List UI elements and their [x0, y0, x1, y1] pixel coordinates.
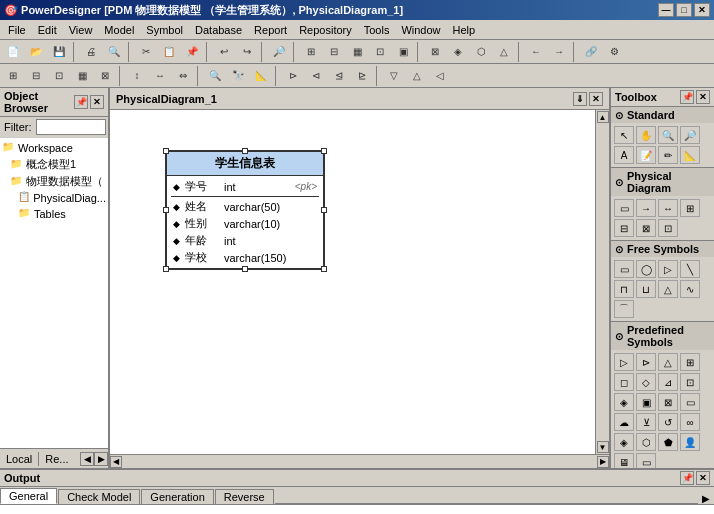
output-expand[interactable]: ▶ — [698, 493, 714, 504]
tool-pre-1[interactable]: ▷ — [614, 353, 634, 371]
tool-pre-2[interactable]: ⊳ — [636, 353, 656, 371]
tool-pre-3[interactable]: △ — [658, 353, 678, 371]
toolbox-pin-button[interactable]: 📌 — [680, 90, 694, 104]
tb9[interactable]: △ — [493, 42, 515, 62]
tool-phys-3[interactable]: ↔ — [658, 199, 678, 217]
menu-database[interactable]: Database — [189, 22, 248, 38]
tb-r2-8[interactable]: ⇔ — [172, 66, 194, 86]
tool-pre-6[interactable]: ◇ — [636, 373, 656, 391]
menu-report[interactable]: Report — [248, 22, 293, 38]
cut-button[interactable]: ✂ — [135, 42, 157, 62]
tool-free-8[interactable]: ∿ — [680, 280, 700, 298]
tb6[interactable]: ⊠ — [424, 42, 446, 62]
tb-r2-15[interactable]: ⊵ — [351, 66, 373, 86]
tab-generation[interactable]: Generation — [141, 489, 213, 504]
tool-text[interactable]: A — [614, 146, 634, 164]
tool-free-4[interactable]: ╲ — [680, 260, 700, 278]
vscroll-up[interactable]: ▲ — [597, 111, 609, 123]
tool-pre-22[interactable]: ▭ — [636, 453, 656, 468]
tb-r2-9[interactable]: 🔍 — [204, 66, 226, 86]
menu-model[interactable]: Model — [98, 22, 140, 38]
tab-check-model[interactable]: Check Model — [58, 489, 140, 504]
ob-remote-tab[interactable]: Re... — [39, 452, 74, 466]
tool-pre-15[interactable]: ↺ — [658, 413, 678, 431]
vscroll-down[interactable]: ▼ — [597, 441, 609, 453]
close-button[interactable]: ✕ — [694, 3, 710, 17]
tb-r2-18[interactable]: ◁ — [429, 66, 451, 86]
tab-general[interactable]: General — [0, 488, 57, 504]
canvas-content[interactable]: 学生信息表 ◆ 学号 int <pk> ◆ 姓名 varchar(50) — [110, 110, 595, 454]
find-button[interactable]: 🔎 — [268, 42, 290, 62]
hscroll-right[interactable]: ▶ — [597, 456, 609, 468]
tool-pre-8[interactable]: ⊡ — [680, 373, 700, 391]
tool-phys-5[interactable]: ⊟ — [614, 219, 634, 237]
save-button[interactable]: 💾 — [48, 42, 70, 62]
tool-pre-10[interactable]: ▣ — [636, 393, 656, 411]
hscroll-left[interactable]: ◀ — [110, 456, 122, 468]
menu-tools[interactable]: Tools — [358, 22, 396, 38]
tree-workspace[interactable]: 📁 Workspace — [2, 140, 106, 156]
tool-free-7[interactable]: △ — [658, 280, 678, 298]
tb-r2-13[interactable]: ⊲ — [305, 66, 327, 86]
tree-physical-diag[interactable]: 📋 PhysicalDiag... — [18, 190, 106, 206]
tool-phys-2[interactable]: → — [636, 199, 656, 217]
ob-filter-input[interactable] — [36, 119, 106, 135]
tree-tables[interactable]: 📁 Tables — [18, 206, 106, 222]
tb3[interactable]: ▦ — [346, 42, 368, 62]
copy-button[interactable]: 📋 — [158, 42, 180, 62]
tool-pre-16[interactable]: ∞ — [680, 413, 700, 431]
table-diagram[interactable]: 学生信息表 ◆ 学号 int <pk> ◆ 姓名 varchar(50) — [165, 150, 325, 270]
tool-pointer[interactable]: ↖ — [614, 126, 634, 144]
menu-file[interactable]: File — [2, 22, 32, 38]
tb-r2-5[interactable]: ⊠ — [94, 66, 116, 86]
tool-free-1[interactable]: ▭ — [614, 260, 634, 278]
tb12[interactable]: 🔗 — [580, 42, 602, 62]
canvas-tab-title[interactable]: PhysicalDiagram_1 — [116, 93, 217, 105]
new-button[interactable]: 📄 — [2, 42, 24, 62]
tool-pre-5[interactable]: ◻ — [614, 373, 634, 391]
tb-r2-6[interactable]: ↕ — [126, 66, 148, 86]
tb-r2-4[interactable]: ▦ — [71, 66, 93, 86]
tool-free-5[interactable]: ⊓ — [614, 280, 634, 298]
tool-hand[interactable]: ✋ — [636, 126, 656, 144]
tool-pre-21[interactable]: 🖥 — [614, 453, 634, 468]
menu-window[interactable]: Window — [395, 22, 446, 38]
ob-local-tab[interactable]: Local — [0, 452, 39, 466]
section-predefined-header[interactable]: ⊙ Predefined Symbols — [611, 322, 714, 350]
tab-reverse[interactable]: Reverse — [215, 489, 274, 504]
ob-pin-button[interactable]: 📌 — [74, 95, 88, 109]
ob-close-button[interactable]: ✕ — [90, 95, 104, 109]
tb11[interactable]: → — [548, 42, 570, 62]
output-pin-button[interactable]: 📌 — [680, 471, 694, 485]
menu-edit[interactable]: Edit — [32, 22, 63, 38]
tool-pre-12[interactable]: ▭ — [680, 393, 700, 411]
tool-phys-1[interactable]: ▭ — [614, 199, 634, 217]
tb-r2-17[interactable]: △ — [406, 66, 428, 86]
tb-r2-14[interactable]: ⊴ — [328, 66, 350, 86]
canvas-restore-button[interactable]: ⇓ — [573, 92, 587, 106]
tool-zoom-in[interactable]: 🔍 — [658, 126, 678, 144]
tool-pre-19[interactable]: ⬟ — [658, 433, 678, 451]
tb1[interactable]: ⊞ — [300, 42, 322, 62]
tool-pre-4[interactable]: ⊞ — [680, 353, 700, 371]
toolbox-close-button[interactable]: ✕ — [696, 90, 710, 104]
tb8[interactable]: ⬡ — [470, 42, 492, 62]
tb-r2-2[interactable]: ⊟ — [25, 66, 47, 86]
tool-pre-17[interactable]: ◈ — [614, 433, 634, 451]
redo-button[interactable]: ↪ — [236, 42, 258, 62]
tb-r2-11[interactable]: 📐 — [250, 66, 272, 86]
paste-button[interactable]: 📌 — [181, 42, 203, 62]
tool-pre-9[interactable]: ◈ — [614, 393, 634, 411]
section-standard-header[interactable]: ⊙ Standard — [611, 107, 714, 123]
ob-scroll-left[interactable]: ◀ — [80, 452, 94, 466]
tb-r2-7[interactable]: ↔ — [149, 66, 171, 86]
maximize-button[interactable]: □ — [676, 3, 692, 17]
section-free-header[interactable]: ⊙ Free Symbols — [611, 241, 714, 257]
tool-free-3[interactable]: ▷ — [658, 260, 678, 278]
undo-button[interactable]: ↩ — [213, 42, 235, 62]
menu-help[interactable]: Help — [447, 22, 482, 38]
tool-pencil[interactable]: ✏ — [658, 146, 678, 164]
tree-concept-model[interactable]: 📁 概念模型1 — [10, 156, 106, 173]
tool-pre-7[interactable]: ⊿ — [658, 373, 678, 391]
tree-physical-model[interactable]: 📁 物理数据模型（ — [10, 173, 106, 190]
